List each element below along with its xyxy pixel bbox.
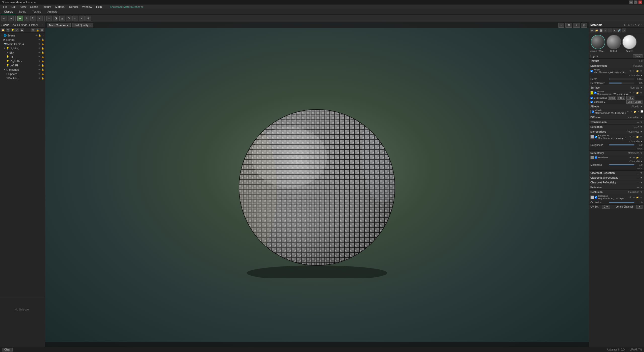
scene-tool-vis3[interactable]: ⚙	[40, 28, 44, 32]
tree-lighting[interactable]: ▼ 💡 Lighting 👁 🔒	[0, 46, 45, 50]
occlusion-header[interactable]: Occlusion Occlusion ▼	[589, 190, 644, 194]
normal-map-del[interactable]: ✕	[639, 91, 642, 94]
normal-map-folder[interactable]: 📁	[636, 91, 639, 94]
albedo-map-folder[interactable]: 📁	[633, 110, 636, 113]
mat-tool-4[interactable]: ↑	[603, 28, 608, 32]
channel-value-disp[interactable]: 8 ▼	[638, 74, 642, 77]
flip-x-btn[interactable]: Flip X	[608, 96, 616, 100]
albedo-map-view[interactable]: 👁	[626, 110, 629, 113]
tab-scene[interactable]: Scene	[2, 23, 9, 26]
diffusion-mode[interactable]: Lambertian ▼	[627, 116, 642, 119]
tab-texture[interactable]: Texture	[29, 9, 44, 14]
roughness-swatch[interactable]	[590, 135, 594, 139]
albedo-header[interactable]: Albedo Albedo ▼	[589, 104, 644, 109]
albedo-map-check[interactable]	[592, 110, 594, 113]
roughness-channel-value[interactable]: 8 ▼	[638, 140, 642, 143]
clearcoat-reflectivity-header[interactable]: Clearcoat Reflectivity — ▼	[589, 180, 644, 185]
occlusion-swatch[interactable]	[590, 195, 594, 199]
height-map-edit[interactable]: ✏	[632, 69, 635, 72]
metalness-map-check[interactable]	[595, 156, 597, 159]
tool-redo[interactable]: ↪	[8, 16, 14, 21]
roughness-edit[interactable]: ✏	[632, 135, 635, 138]
viewport-quality-selector[interactable]: Full Quality ▼	[72, 23, 93, 27]
tree-backdrop[interactable]: □ Backdrop 👁 🔒	[0, 76, 45, 80]
scene-tool-render[interactable]: ▶	[20, 28, 24, 32]
tab-tool-settings[interactable]: Tool Settings	[11, 23, 27, 26]
roughness-del[interactable]: ✕	[639, 135, 642, 138]
depth-slider[interactable]	[609, 79, 634, 80]
tree-render[interactable]: ▶ Render 👁 🔒	[0, 37, 45, 42]
scene-tool-vis1[interactable]: 👁	[31, 28, 35, 32]
clearcoat-reflection-mode[interactable]: — ▼	[637, 172, 642, 174]
materials-icon2[interactable]: +	[626, 23, 628, 26]
height-map-del[interactable]: ✕	[639, 69, 642, 72]
mat-ball-sphere[interactable]	[622, 35, 637, 49]
menu-material[interactable]: Material	[53, 5, 67, 8]
tool-shape5[interactable]: ⌓	[72, 16, 78, 21]
tree-meshes[interactable]: ▼ ⬡ Meshes 👁 🔒	[0, 67, 45, 72]
metalness-del[interactable]: ✕	[639, 156, 642, 159]
roughness-map-check[interactable]	[595, 136, 597, 138]
viewport-screenshot[interactable]: ⎘	[581, 23, 587, 28]
mat-preview-sphere[interactable]: Sphere	[622, 35, 637, 52]
menu-texture[interactable]: Texture	[40, 5, 53, 8]
occlusion-slider[interactable]	[609, 202, 634, 203]
materials-icon6[interactable]: ✕	[635, 23, 637, 26]
height-map-view[interactable]: 👁	[629, 69, 632, 72]
transmission-header[interactable]: Transmission — ▼	[589, 120, 644, 124]
normal-map-edit[interactable]: ✏	[632, 91, 635, 94]
tool-move[interactable]: ✛	[24, 16, 29, 21]
viewport-zoom-in[interactable]: +	[558, 23, 564, 28]
surface-color-swatch[interactable]	[590, 91, 593, 95]
mat-tool-5[interactable]: ↓	[608, 28, 612, 32]
materials-icon1[interactable]: ⊕	[623, 23, 625, 26]
height-map-folder[interactable]: 📁	[636, 69, 639, 72]
diffusion-header[interactable]: Diffusion Lambertian ▼	[589, 115, 644, 120]
metalness-channel-value[interactable]: 8 ▼	[638, 160, 642, 163]
roughness-invert-label[interactable]: Invert	[637, 147, 642, 150]
albedo-color-swatch[interactable]	[590, 110, 591, 113]
tree-left-rim[interactable]: 💡 Left Rim 👁 🔒	[0, 63, 45, 67]
tool-shape4[interactable]: ⬡	[66, 16, 71, 21]
reflection-mode[interactable]: GGX ▼	[634, 126, 642, 128]
viewport[interactable]: Main Camera ▼ Full Quality ▼ + ⊞ ↗ ⎘	[45, 22, 589, 347]
occlusion-view[interactable]: 👁	[629, 196, 632, 199]
scene-tool-mesh[interactable]: ⬡	[15, 28, 19, 32]
metalness-folder[interactable]: 📁	[636, 156, 639, 159]
roughness-slider[interactable]	[609, 144, 634, 145]
texture-header[interactable]: Texture 1.0	[589, 59, 644, 63]
tree-sphere[interactable]: ○ Sphere 👁 🔒	[0, 72, 45, 76]
clearcoat-reflection-header[interactable]: Clearcoat Reflection — ▼	[589, 171, 644, 175]
mat-tool-3[interactable]: 💾	[599, 28, 603, 32]
tool-undo[interactable]: ↩	[2, 16, 7, 21]
menu-view[interactable]: View	[18, 5, 28, 8]
mat-preview-woven[interactable]: Alumin_Woven	[590, 35, 606, 52]
reflection-header[interactable]: Reflection GGX ▼	[589, 125, 644, 129]
tab-history[interactable]: History	[29, 23, 38, 26]
materials-icon5[interactable]: ↓	[633, 23, 634, 26]
menu-render[interactable]: Render	[67, 5, 80, 8]
vertex-channel-value[interactable]: ▼	[636, 205, 642, 209]
metalness-invert-label[interactable]: Invert	[637, 167, 642, 170]
surface-mode[interactable]: Normals ▼	[630, 86, 642, 89]
emission-mode[interactable]: — ▼	[637, 186, 642, 189]
close-button[interactable]: ✕	[638, 1, 642, 4]
surface-header[interactable]: Surface Normals ▼	[589, 85, 644, 90]
occlusion-map-check[interactable]	[595, 196, 597, 199]
window-controls[interactable]: ─ □ ✕	[629, 1, 642, 4]
tree-scene[interactable]: ▼ 🌐 Scene 👁 🔒 ⋯	[0, 33, 45, 37]
emission-header[interactable]: Emission — ▼	[589, 185, 644, 189]
layers-value[interactable]: None	[633, 54, 642, 58]
materials-icon3[interactable]: □	[628, 23, 630, 26]
metalness-swatch[interactable]	[590, 156, 594, 159]
normal-map-view[interactable]: 👁	[629, 91, 632, 94]
height-map-check[interactable]	[590, 70, 593, 72]
tool-shape3[interactable]: △	[59, 16, 65, 21]
scene-tool-vis2[interactable]: 🔒	[35, 28, 39, 32]
tree-sky[interactable]: ☁ Sky 👁 🔒	[0, 50, 45, 55]
mat-tool-7[interactable]: 🔗	[617, 28, 621, 32]
metalness-slider[interactable]	[609, 164, 634, 165]
viewport-camera-selector[interactable]: Main Camera ▼	[47, 23, 71, 27]
mat-preview-default[interactable]: Default	[607, 35, 621, 52]
materials-icon4[interactable]: ↑	[631, 23, 632, 26]
